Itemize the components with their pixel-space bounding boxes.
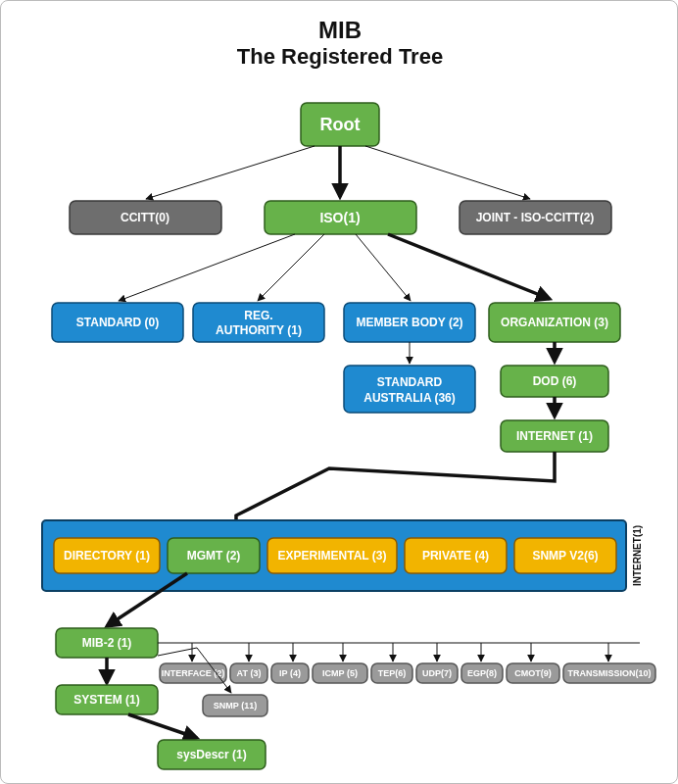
node-joint-iso-ccitt: JOINT - ISO-CCITT(2) [460,201,611,234]
label-mib2: MIB-2 (1) [82,636,132,650]
node-icmp: ICMP (5) [313,663,367,683]
label-std-au-1: STANDARD [377,375,443,389]
label-internet-panel: INTERNET(1) [632,525,643,586]
svg-line-7 [119,234,295,301]
svg-line-10 [388,234,550,299]
node-snmpv2: SNMP V2(6) [514,538,616,573]
node-organization: ORGANIZATION (3) [489,303,620,342]
node-reg-authority: REG. AUTHORITY (1) [193,303,324,342]
node-mgmt: MGMT (2) [168,538,260,573]
node-root-label: Root [320,115,361,134]
svg-line-9 [356,234,411,301]
label-udp: UDP(7) [422,668,452,678]
label-directory: DIRECTORY (1) [64,549,150,563]
label-egp: EGP(8) [467,668,497,678]
node-egp: EGP(8) [461,663,503,683]
label-ccitt: CCITT(0) [121,211,170,224]
node-standard-australia: STANDARD AUSTRALIA (36) [344,366,475,413]
node-system: SYSTEM (1) [56,685,158,714]
label-standard: STANDARD (0) [76,316,159,329]
node-snmp: SNMP (11) [203,695,267,716]
node-experimental: EXPERIMENTAL (3) [267,538,397,573]
node-tep: TEP(6) [371,663,412,683]
node-directory: DIRECTORY (1) [54,538,160,573]
label-dod: DOD (6) [533,374,577,388]
node-iso: ISO(1) [265,201,416,234]
label-system: SYSTEM (1) [73,693,139,707]
label-iso: ISO(1) [319,210,360,225]
node-transmission: TRANSMISSION(10) [563,663,655,683]
node-ccitt: CCITT(0) [70,201,221,234]
label-private: PRIVATE (4) [422,549,489,563]
label-organization: ORGANIZATION (3) [501,316,608,329]
diagram-frame: MIB The Registered Tree Root CCITT(0) IS… [0,0,678,784]
label-snmpv2: SNMP V2(6) [532,549,598,563]
label-joint: JOINT - ISO-CCITT(2) [476,211,595,224]
label-sysdescr: sysDescr (1) [176,748,246,761]
svg-line-3 [365,146,530,199]
svg-line-1 [146,146,315,199]
node-mib2: MIB-2 (1) [56,628,158,658]
label-transmission: TRANSMISSION(10) [567,668,651,678]
label-interface: INTERFACE (2) [162,668,225,678]
node-cmot: CMOT(9) [507,663,559,683]
diagram-svg: MIB The Registered Tree Root CCITT(0) IS… [1,1,678,784]
label-reg-auth-2: AUTHORITY (1) [216,323,302,337]
title-line1: MIB [318,17,362,43]
node-member-body: MEMBER BODY (2) [344,303,475,342]
label-icmp: ICMP (5) [322,668,358,678]
node-root: Root [301,103,379,146]
node-sysdescr: sysDescr (1) [158,740,266,769]
node-udp: UDP(7) [416,663,458,683]
node-internet: INTERNET (1) [501,420,608,452]
label-experimental: EXPERIMENTAL (3) [278,549,387,563]
label-reg-auth-1: REG. [244,309,272,322]
node-standard: STANDARD (0) [52,303,183,342]
label-at: AT (3) [237,668,262,678]
title-line2: The Registered Tree [237,44,443,69]
node-dod: DOD (6) [501,366,608,397]
label-snmp: SNMP (11) [214,701,257,710]
label-internet: INTERNET (1) [516,429,593,443]
label-cmot: CMOT(9) [514,668,552,678]
label-std-au-2: AUSTRALIA (36) [363,391,456,405]
label-mgmt: MGMT (2) [187,549,241,563]
label-member-body: MEMBER BODY (2) [356,316,462,329]
label-ip: IP (4) [279,668,301,678]
node-at: AT (3) [230,663,267,683]
label-tep: TEP(6) [378,668,407,678]
node-ip: IP (4) [271,663,309,683]
node-private: PRIVATE (4) [405,538,507,573]
